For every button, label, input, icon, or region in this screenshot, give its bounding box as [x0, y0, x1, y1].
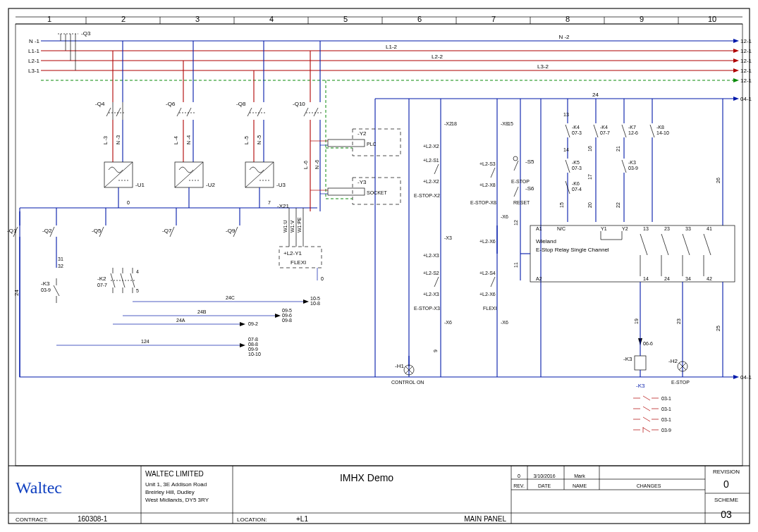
svg-text:19: 19	[634, 318, 639, 324]
svg-text:9: 9	[640, 15, 644, 23]
bus-24v-return	[20, 211, 733, 377]
svg-text:4: 4	[269, 15, 274, 23]
svg-text:-K6: -K6	[572, 181, 580, 186]
k-contacts: -K407-3 -K507-3 -K607-4 13 14 15 -K407-7…	[559, 99, 723, 225]
svg-text:-S5: -S5	[525, 159, 534, 165]
svg-text:14-10: 14-10	[656, 130, 669, 135]
aux-branch: -Q10 L -6 N -6 -Y2 PLC -Y3 SOCKET -X21 W…	[277, 41, 401, 281]
svg-text:-K2: -K2	[97, 276, 106, 282]
svg-text:N/C: N/C	[557, 226, 566, 231]
svg-text:+L2-Y1: +L2-Y1	[283, 250, 302, 256]
svg-text:Mark: Mark	[574, 474, 585, 478]
svg-text:REV.: REV.	[513, 483, 525, 488]
svg-text:34: 34	[685, 276, 691, 281]
svg-text:+L2-S2: +L2-S2	[423, 271, 439, 276]
svg-text:03-1: 03-1	[661, 417, 671, 422]
svg-text:12-1: 12-1	[740, 48, 752, 54]
svg-text:12: 12	[513, 220, 518, 225]
svg-text:1: 1	[47, 15, 51, 23]
svg-text:-Q9: -Q9	[226, 228, 236, 234]
svg-text:09-8: 09-8	[282, 318, 292, 323]
bus-arrows	[733, 39, 739, 82]
inner-border	[16, 24, 742, 466]
svg-text:11: 11	[513, 262, 518, 268]
svg-text:18: 18	[451, 121, 457, 126]
svg-text:E-STOP: E-STOP	[511, 179, 530, 184]
svg-text:03-1: 03-1	[661, 396, 671, 401]
svg-text:10-10: 10-10	[248, 352, 261, 357]
svg-text:-K8: -K8	[656, 125, 664, 130]
svg-text:24: 24	[664, 276, 670, 281]
svg-marker-40	[733, 49, 739, 53]
estop-string-1: -X218 +L2-X2 +L2-S1 +L2-X2 E-STOP-X2 -X3…	[414, 99, 457, 377]
svg-text:12-1: 12-1	[740, 38, 752, 44]
svg-text:16: 16	[587, 146, 592, 151]
svg-text:2: 2	[121, 15, 126, 23]
svg-text:09-6: 09-6	[282, 313, 292, 318]
svg-text:160308-1: 160308-1	[78, 515, 108, 523]
svg-text:8: 8	[566, 15, 570, 23]
bus-labels-right: 12-1 12-1 12-1 12-1 12-1	[740, 38, 752, 84]
svg-text:W1:PE: W1:PE	[297, 217, 302, 233]
svg-rect-240	[530, 225, 735, 282]
svg-text:42: 42	[707, 276, 712, 281]
svg-text:4: 4	[136, 269, 139, 274]
svg-marker-160	[275, 314, 281, 318]
svg-text:-Q5: -Q5	[92, 228, 102, 234]
svg-text:-K5: -K5	[572, 160, 580, 165]
lamp-h2: -H2 E-STOP	[668, 358, 690, 385]
svg-text:24C: 24C	[226, 295, 235, 300]
lower-left: -Q1 -Q2 -K3 03-9 -Q5 -K2 07-7 45 -Q7 -Q	[7, 208, 320, 377]
svg-text:N -6: N -6	[314, 160, 319, 169]
svg-text:-Q2: -Q2	[42, 228, 52, 234]
lamp-h1: -H1 CONTROL ON	[391, 356, 424, 385]
svg-line-88	[245, 162, 274, 187]
svg-text:12-1: 12-1	[740, 68, 752, 74]
svg-text:L1-1: L1-1	[28, 48, 40, 54]
svg-text:-K4: -K4	[572, 125, 580, 130]
bus-24-label: 24	[592, 92, 599, 98]
svg-text:E-Stop Relay Single Channel: E-Stop Relay Single Channel	[536, 247, 609, 253]
svg-text:+L2-S3: +L2-S3	[479, 161, 496, 166]
svg-text:+L2-X3: +L2-X3	[423, 253, 439, 258]
svg-marker-43	[733, 78, 739, 82]
svg-text:-Q10: -Q10	[293, 101, 305, 107]
svg-text:SCHEME: SCHEME	[714, 497, 738, 503]
svg-line-75	[175, 162, 203, 187]
svg-text:CONTRACT:: CONTRACT:	[16, 516, 48, 523]
svg-text:03-1: 03-1	[661, 407, 671, 412]
svg-text:NAME: NAME	[573, 483, 587, 488]
svg-text:03: 03	[721, 509, 732, 520]
svg-text:L -4: L -4	[173, 136, 178, 144]
svg-text:LOCATION:: LOCATION:	[237, 516, 267, 523]
svg-text:14: 14	[563, 147, 569, 152]
arrow-icon	[733, 97, 739, 101]
svg-text:-U2: -U2	[206, 182, 215, 188]
svg-text:14: 14	[643, 276, 649, 281]
svg-text:07-3: 07-3	[572, 130, 582, 135]
svg-text:0: 0	[723, 478, 729, 490]
svg-rect-110	[328, 188, 365, 195]
svg-text:+L2-X6: +L2-X6	[479, 292, 496, 297]
svg-text:-X6: -X6	[501, 320, 508, 325]
logo: Waltec	[16, 478, 62, 497]
svg-text:03-9: 03-9	[41, 287, 51, 292]
svg-text:+L1: +L1	[296, 515, 308, 523]
svg-text:-Q8: -Q8	[236, 101, 246, 107]
svg-text:+L2-X2: +L2-X2	[423, 179, 439, 184]
svg-line-61	[104, 162, 133, 187]
svg-marker-39	[733, 39, 739, 43]
svg-text:-H2: -H2	[668, 358, 678, 364]
svg-text:07-3: 07-3	[572, 166, 582, 171]
svg-text:5: 5	[343, 15, 348, 23]
svg-text:09-9: 09-9	[248, 347, 258, 352]
svg-text:-Q1: -Q1	[7, 228, 17, 234]
svg-text:+L2-X8: +L2-X8	[479, 183, 496, 187]
svg-text:31: 31	[58, 256, 63, 261]
svg-text:L -5: L -5	[244, 136, 249, 144]
svg-text:3: 3	[195, 15, 200, 23]
svg-text:6: 6	[417, 15, 422, 23]
svg-text:12-6: 12-6	[628, 130, 638, 135]
svg-text:0: 0	[321, 276, 324, 281]
svg-text:Breirley Hill, Dudley: Breirley Hill, Dudley	[145, 489, 195, 495]
